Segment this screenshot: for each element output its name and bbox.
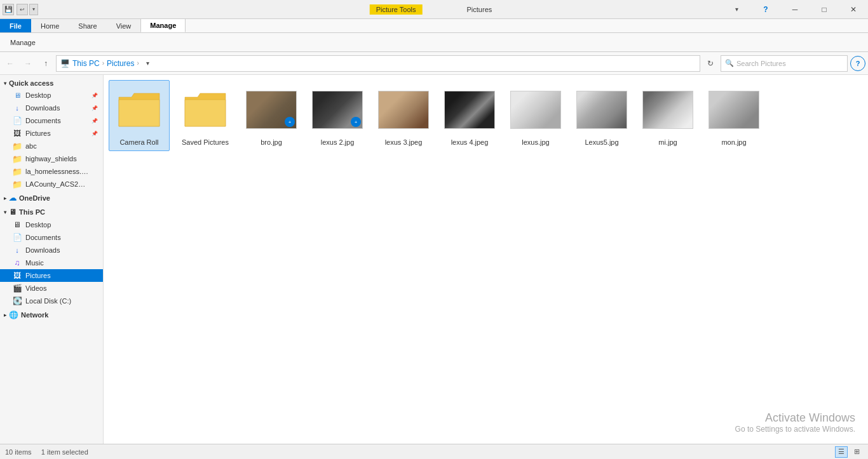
file-item-lexus2[interactable]: + lexus 2.jpg bbox=[307, 80, 368, 151]
file-item-lexus4[interactable]: lexus 4.jpeg bbox=[439, 80, 500, 151]
sidebar-section-thispc: ▾ 🖥 This PC 🖥 Desktop 📄 Documents ↓ Down… bbox=[0, 206, 103, 307]
help-icon[interactable]: ? bbox=[850, 56, 865, 71]
sidebar-item-highway[interactable]: 📁 highway_shields bbox=[0, 152, 103, 165]
sidebar-item-pictures-quick[interactable]: 🖼 Pictures 📌 bbox=[0, 127, 103, 140]
sidebar-item-documents-pc[interactable]: 📄 Documents bbox=[0, 231, 103, 244]
folder-icon-saved-pictures bbox=[182, 91, 228, 129]
address-part-pictures[interactable]: Pictures bbox=[107, 59, 134, 68]
file-item-lexus[interactable]: lexus.jpg bbox=[505, 80, 566, 151]
folder-thumb-camera-roll bbox=[114, 84, 165, 135]
sidebar-item-documents-quick[interactable]: 📄 Documents 📌 bbox=[0, 114, 103, 127]
sidebar-label-downloads: Downloads bbox=[25, 104, 60, 112]
sidebar-item-downloads-pc[interactable]: ↓ Downloads bbox=[0, 244, 103, 256]
sidebar-item-videos-pc[interactable]: 🎬 Videos bbox=[0, 282, 103, 295]
list-view-btn[interactable]: ☰ bbox=[835, 446, 848, 458]
tab-view[interactable]: View bbox=[107, 18, 141, 32]
tab-home[interactable]: Home bbox=[31, 18, 69, 32]
window-controls: ▾ ? ─ □ ✕ bbox=[722, 0, 868, 19]
sidebar-quick-access-header[interactable]: ▾ Quick access bbox=[0, 77, 103, 89]
sidebar-item-abc[interactable]: 📁 abc bbox=[0, 140, 103, 152]
sidebar-item-music-pc[interactable]: ♫ Music bbox=[0, 256, 103, 269]
sidebar-item-desktop-pc[interactable]: 🖥 Desktop bbox=[0, 218, 103, 231]
sidebar-item-la-homelessness[interactable]: 📁 la_homelessness.gp bbox=[0, 165, 103, 178]
forward-button[interactable]: → bbox=[20, 56, 36, 71]
sidebar-item-localdisk[interactable]: 💽 Local Disk (C:) bbox=[0, 295, 103, 307]
ribbon-manage-btn[interactable]: Manage bbox=[5, 37, 41, 48]
folder-thumb-saved-pictures bbox=[180, 84, 231, 135]
sidebar-network-header[interactable]: ▸ 🌐 Network bbox=[0, 309, 103, 321]
search-box[interactable]: 🔍 Search Pictures bbox=[721, 55, 848, 72]
refresh-button[interactable]: ↻ bbox=[703, 56, 718, 71]
pin-icon-downloads: 📌 bbox=[92, 105, 98, 111]
sidebar-section-quick-access: ▾ Quick access 🖥 Desktop 📌 ↓ Downloads 📌… bbox=[0, 77, 103, 190]
pin-icon-documents: 📌 bbox=[92, 118, 98, 124]
customize-btn[interactable]: ▾ bbox=[29, 4, 38, 15]
nav-bar: ← → ↑ 🖥️ This PC › Pictures › ▾ ↻ 🔍 Sear… bbox=[0, 52, 868, 75]
thumb-bro: + bbox=[246, 84, 297, 135]
ribbon: File Home Share View Manage Manage bbox=[0, 19, 868, 52]
address-location-icon: 🖥️ bbox=[60, 59, 70, 68]
thumb-mi bbox=[642, 84, 693, 135]
thumb-mon bbox=[709, 84, 759, 135]
status-item-count: 10 items 1 item selected bbox=[5, 448, 88, 456]
large-icons-view-btn[interactable]: ⊞ bbox=[850, 446, 863, 458]
sidebar-item-desktop-quick[interactable]: 🖥 Desktop 📌 bbox=[0, 89, 103, 102]
sidebar-item-pictures-pc[interactable]: 🖼 Pictures bbox=[0, 269, 103, 282]
window-title: Pictures bbox=[461, 4, 499, 15]
tab-manage[interactable]: Manage bbox=[140, 18, 186, 32]
ribbon-collapse-btn[interactable]: ▾ bbox=[722, 0, 751, 19]
sidebar-thispc-header[interactable]: ▾ 🖥 This PC bbox=[0, 206, 103, 218]
picture-tools-tab[interactable]: Picture Tools bbox=[370, 4, 423, 15]
sidebar-label-music: Music bbox=[25, 259, 44, 267]
desktop-icon: 🖥 bbox=[13, 91, 22, 100]
file-item-saved-pictures[interactable]: Saved Pictures bbox=[175, 80, 236, 151]
minimize-button[interactable]: ─ bbox=[780, 0, 810, 19]
close-button[interactable]: ✕ bbox=[839, 0, 868, 19]
up-button[interactable]: ↑ bbox=[38, 56, 53, 71]
quick-access-toolbar[interactable]: 💾 bbox=[3, 4, 14, 15]
sidebar-item-lacounty[interactable]: 📁 LACounty_ACS2016 bbox=[0, 178, 103, 190]
content-area: Camera Roll Saved Pictures + bbox=[104, 75, 868, 444]
file-item-lexus5[interactable]: Lexus5.jpg bbox=[571, 80, 632, 151]
chevron-right-icon: ▸ bbox=[4, 196, 6, 201]
status-bar: 10 items 1 item selected ☰ ⊞ bbox=[0, 444, 868, 459]
chevron-down-icon: ▾ bbox=[4, 81, 6, 86]
undo-btn[interactable]: ↩ bbox=[17, 4, 28, 15]
sidebar-label-pictures: Pictures bbox=[25, 130, 51, 137]
sidebar-item-downloads-quick[interactable]: ↓ Downloads 📌 bbox=[0, 102, 103, 114]
file-item-mi[interactable]: mi.jpg bbox=[637, 80, 698, 151]
folder-icon-camera-roll bbox=[116, 91, 162, 129]
file-item-lexus3[interactable]: lexus 3.jpeg bbox=[373, 80, 434, 151]
address-dropdown-btn[interactable]: ▾ bbox=[142, 56, 154, 71]
file-name-camera-roll: Camera Roll bbox=[119, 138, 158, 147]
sidebar-label-la: la_homelessness.gp bbox=[25, 168, 89, 175]
network-label: Network bbox=[21, 311, 48, 319]
ribbon-tabs: File Home Share View Manage bbox=[0, 19, 868, 33]
sidebar-label-desktop-pc: Desktop bbox=[25, 221, 51, 229]
maximize-button[interactable]: □ bbox=[810, 0, 839, 19]
back-button[interactable]: ← bbox=[3, 56, 18, 71]
file-item-mon[interactable]: mon.jpg bbox=[703, 80, 764, 151]
pin-icon: 📌 bbox=[92, 93, 98, 98]
sidebar-label-lacounty: LACounty_ACS2016 bbox=[25, 180, 89, 188]
documents-pc-icon: 📄 bbox=[13, 233, 22, 242]
desktop-pc-icon: 🖥 bbox=[13, 220, 22, 229]
file-item-camera-roll[interactable]: Camera Roll bbox=[109, 80, 170, 151]
photo-lexus4 bbox=[444, 91, 495, 129]
file-grid: Camera Roll Saved Pictures + bbox=[109, 80, 863, 151]
file-name-lexus: lexus.jpg bbox=[522, 138, 549, 147]
tab-share[interactable]: Share bbox=[69, 18, 106, 32]
tab-file[interactable]: File bbox=[0, 18, 31, 32]
photo-lexus bbox=[510, 91, 561, 129]
file-name-mi: mi.jpg bbox=[658, 138, 677, 147]
sidebar-label-documents-pc: Documents bbox=[25, 234, 61, 241]
search-placeholder: Search Pictures bbox=[736, 60, 786, 67]
help-button[interactable]: ? bbox=[751, 0, 780, 19]
address-part-thispc[interactable]: This PC bbox=[72, 59, 100, 68]
sidebar-onedrive-header[interactable]: ▸ ☁ OneDrive bbox=[0, 192, 103, 204]
quick-access-label: Quick access bbox=[9, 79, 53, 87]
chevron-right-icon2: ▸ bbox=[4, 312, 6, 318]
file-item-bro[interactable]: + bro.jpg bbox=[241, 80, 302, 151]
chevron-down-icon2: ▾ bbox=[4, 210, 6, 215]
address-bar[interactable]: 🖥️ This PC › Pictures › ▾ bbox=[56, 55, 700, 72]
